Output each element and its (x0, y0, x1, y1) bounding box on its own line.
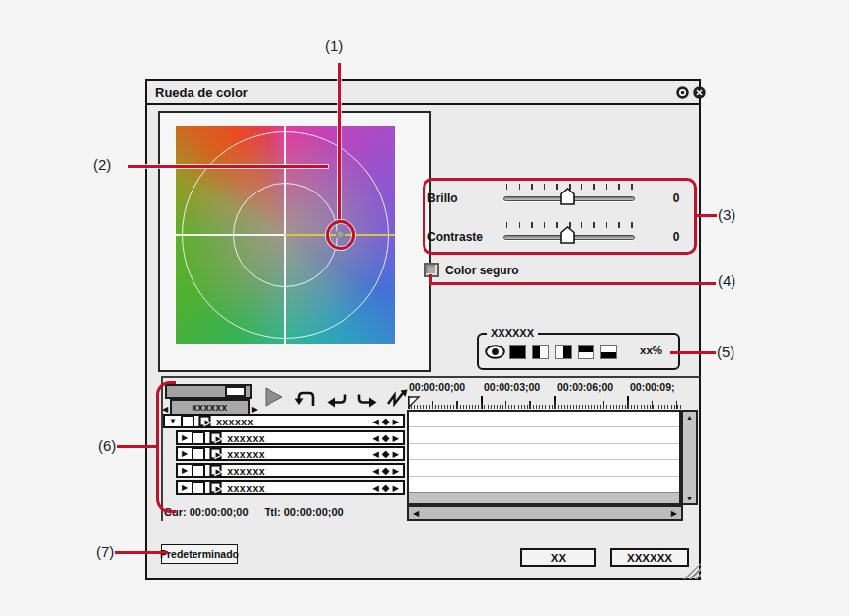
callout-bracket-6 (156, 381, 176, 513)
keyframe-nav: ◀ ◆ ▶ (372, 465, 399, 476)
callout-line-7 (115, 551, 168, 554)
scroll-up-icon[interactable]: ▲ (686, 414, 693, 421)
expand-icon[interactable]: ▶ (182, 434, 188, 442)
preview-split-right-icon[interactable] (555, 345, 572, 359)
ruler-label: 00:00:09; (630, 381, 675, 393)
track-label: xxxxxx (227, 465, 265, 477)
redo-button[interactable] (356, 392, 377, 408)
scroll-left-icon[interactable]: ◀ (413, 509, 419, 518)
timeline-zoom-handle[interactable] (225, 386, 246, 397)
next-keyframe-icon[interactable]: ▶ (392, 483, 399, 493)
add-keyframe-icon[interactable]: ◆ (382, 416, 390, 426)
next-keyframe-icon[interactable]: ▶ (392, 417, 399, 426)
safe-color-label: Color seguro (445, 264, 519, 277)
callout-label-3: (3) (718, 206, 735, 223)
keyframe-nav: ◀ ◆ ▶ (372, 482, 399, 493)
track-parameter-icon[interactable] (209, 481, 223, 494)
next-keyframe-icon[interactable]: ▶ (392, 433, 399, 443)
scroll-right-icon[interactable]: ▶ (671, 509, 677, 518)
eye-icon[interactable] (485, 345, 505, 359)
prev-keyframe-icon[interactable]: ◀ (372, 483, 379, 493)
track-row[interactable]: ▶ xxxxxx ◀ ◆ ▶ (176, 480, 405, 495)
callout-line-4 (429, 282, 716, 285)
preview-split-left-icon[interactable] (532, 345, 549, 359)
canvas-bottom-strip (409, 492, 679, 503)
prev-keyframe-icon[interactable]: ◀ (372, 433, 379, 443)
preview-split-bottom-icon[interactable] (600, 345, 617, 359)
add-keyframe-icon[interactable]: ◆ (382, 432, 390, 443)
callout-line-1 (338, 63, 341, 221)
default-button[interactable]: Predeterminado (161, 544, 238, 564)
preview-split-top-icon[interactable] (578, 345, 594, 359)
add-keyframe-icon[interactable]: ◆ (382, 448, 390, 459)
expand-icon[interactable]: ▶ (182, 467, 188, 475)
dialog-title: Rueda de color (155, 85, 248, 100)
current-timecode: Cur: 00:00:00;00 (164, 506, 249, 518)
play-button[interactable] (263, 386, 284, 408)
callout-label-1: (1) (325, 38, 343, 54)
keyframe-nav: ◀ ◆ ▶ (372, 432, 399, 443)
expand-icon[interactable]: ▶ (182, 484, 188, 492)
callout-line-2 (128, 165, 328, 168)
documentation-page: Rueda de color Brillo (0, 0, 849, 616)
track-label: xxxxxx (227, 432, 265, 444)
track-row[interactable]: ▶ xxxxxx ◀ ◆ ▶ (176, 430, 405, 445)
track-checkbox[interactable] (192, 447, 205, 461)
track-checkbox[interactable] (181, 415, 194, 428)
help-icon[interactable] (676, 86, 689, 99)
ruler-label: 00:00:06;00 (557, 381, 613, 393)
undo-button[interactable] (327, 392, 347, 408)
wheel-horizontal-axis (176, 234, 285, 236)
track-checkbox[interactable] (192, 464, 205, 478)
track-row[interactable]: ▶ xxxxxx ◀ ◆ ▶ (176, 463, 405, 478)
loop-playback-button[interactable] (294, 389, 318, 409)
track-parameter-icon[interactable] (209, 431, 223, 444)
track-label: xxxxxx (227, 448, 265, 460)
ruler-label: 00:00:00;00 (409, 381, 465, 393)
scroll-down-icon[interactable]: ▼ (686, 495, 693, 501)
keyframe-canvas[interactable] (407, 410, 681, 505)
horizontal-scrollbar[interactable]: ◀ ▶ (407, 505, 683, 521)
track-parameter-icon[interactable] (198, 415, 212, 427)
timeline-zoom-slider[interactable] (165, 384, 252, 399)
callout-line-5 (670, 351, 716, 354)
timeline-top-divider (161, 376, 700, 378)
track-label: xxxxxx (216, 416, 254, 427)
color-wheel[interactable] (176, 126, 395, 344)
prev-keyframe-icon[interactable]: ◀ (372, 466, 379, 476)
playhead-icon[interactable] (408, 395, 421, 409)
canvas-row-line (409, 443, 679, 444)
track-parameter-icon[interactable] (209, 447, 223, 460)
prev-keyframe-icon[interactable]: ◀ (372, 417, 379, 426)
cancel-button[interactable]: XXXXXX (610, 548, 689, 567)
track-checkbox[interactable] (192, 431, 205, 445)
preview-full-icon[interactable] (509, 345, 526, 359)
track-row[interactable]: ▼ xxxxxx ◀ ◆ ▶ (163, 414, 405, 428)
track-row[interactable]: ▶ xxxxxx ◀ ◆ ▶ (176, 446, 405, 461)
preset-next-icon[interactable]: ▶ (252, 406, 258, 414)
callout-line-3 (694, 214, 717, 217)
preview-group-legend: XXXXXX (487, 327, 538, 339)
vertical-scrollbar[interactable]: ▲ ▼ (681, 410, 698, 505)
track-label: xxxxxx (227, 482, 265, 494)
track-parameter-icon[interactable] (209, 464, 223, 477)
timeline-ruler[interactable] (408, 395, 681, 409)
keyframe-graph-button[interactable] (386, 388, 409, 407)
close-icon[interactable] (693, 86, 706, 99)
prev-keyframe-icon[interactable]: ◀ (372, 449, 379, 459)
preview-percent-label: xx% (640, 345, 662, 356)
track-checkbox[interactable] (192, 481, 205, 495)
next-keyframe-icon[interactable]: ▶ (392, 449, 399, 459)
callout-label-6: (6) (98, 437, 116, 454)
ruler-label: 00:00:03;00 (484, 381, 540, 393)
callout-label-7: (7) (96, 543, 114, 560)
add-keyframe-icon[interactable]: ◆ (382, 482, 390, 493)
ok-button[interactable]: XX (520, 548, 596, 567)
color-wheel-panel (158, 111, 431, 372)
callout-label-4: (4) (718, 272, 735, 289)
canvas-row-line (409, 476, 679, 477)
next-keyframe-icon[interactable]: ▶ (392, 466, 399, 476)
add-keyframe-icon[interactable]: ◆ (382, 465, 390, 476)
canvas-row-line (409, 459, 679, 460)
expand-icon[interactable]: ▶ (182, 450, 188, 458)
